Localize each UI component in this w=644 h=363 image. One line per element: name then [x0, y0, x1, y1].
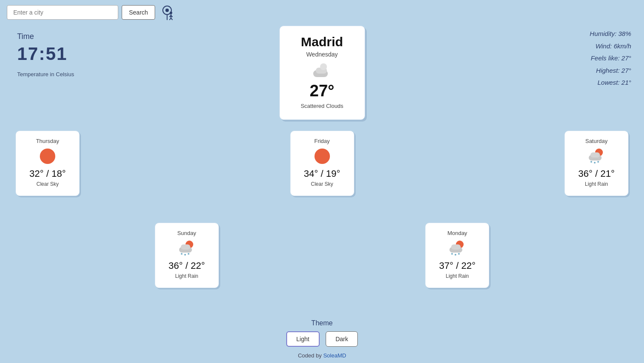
svg-point-21	[181, 253, 183, 255]
temp-unit: Temperature in Celsius	[17, 71, 74, 77]
thursday-icon	[23, 148, 72, 165]
thursday-desc: Clear Sky	[23, 181, 72, 187]
forecast-day-sunday: Sunday	[162, 230, 212, 236]
sunday-temp: 36° / 22°	[162, 260, 212, 271]
svg-point-16	[594, 162, 596, 164]
monday-temp: 37° / 22°	[432, 260, 482, 271]
forecast-card-sunday: Sunday 36° / 22° Light Rain	[155, 223, 219, 288]
theme-dark-button[interactable]: Dark	[326, 331, 358, 347]
main-weather-card: Madrid Wednesday 27° Scattered Clouds	[279, 26, 365, 120]
svg-line-8	[171, 18, 172, 20]
left-panel: Time 17:51 Temperature in Celsius	[17, 32, 74, 77]
sunday-icon	[162, 240, 212, 257]
svg-rect-14	[590, 152, 600, 158]
search-area: Search	[0, 0, 644, 25]
svg-point-22	[184, 254, 186, 256]
location-icon[interactable]	[160, 4, 174, 21]
forecast-day-saturday: Saturday	[572, 138, 621, 144]
coded-by-text: Coded by	[298, 352, 323, 359]
monday-desc: Light Rain	[432, 273, 482, 279]
svg-point-29	[458, 253, 460, 255]
saturday-icon	[572, 148, 621, 165]
forecast-card-saturday: Saturday 36° / 21° Light Rain	[564, 131, 629, 196]
theme-label: Theme	[286, 319, 358, 327]
theme-light-button[interactable]: Light	[286, 331, 320, 347]
humidity-text: Humidity: 38%	[590, 28, 631, 40]
saturday-desc: Light Rain	[572, 181, 621, 187]
forecast-day-friday: Friday	[297, 138, 347, 144]
thursday-temp: 32° / 18°	[23, 168, 72, 179]
friday-icon	[297, 148, 347, 165]
feels-like-text: Feels like: 27°	[590, 52, 631, 65]
forecast-card-thursday: Thursday 32° / 18° Clear Sky	[15, 131, 80, 196]
current-description: Scattered Clouds	[288, 103, 356, 109]
svg-rect-20	[181, 244, 190, 250]
author-link[interactable]: SoleaMD	[323, 352, 346, 359]
forecast-row-2: Sunday 36° / 22° Light Rain Monday	[0, 223, 644, 288]
svg-point-17	[597, 161, 599, 163]
svg-point-1	[165, 9, 169, 12]
svg-point-28	[455, 254, 456, 256]
current-weather-icon	[288, 62, 356, 79]
svg-point-15	[590, 161, 592, 163]
forecast-day-thursday: Thursday	[23, 138, 72, 144]
theme-buttons: Light Dark	[286, 331, 358, 347]
search-input[interactable]	[7, 5, 118, 20]
right-panel: Humidity: 38% Wind: 6km/h Feels like: 27…	[590, 28, 631, 89]
friday-temp: 34° / 19°	[297, 168, 347, 179]
forecast-day-monday: Monday	[432, 230, 482, 236]
friday-desc: Clear Sky	[297, 181, 347, 187]
svg-point-23	[188, 253, 189, 255]
monday-icon	[432, 240, 482, 257]
wind-text: Wind: 6km/h	[590, 40, 631, 53]
time-value: 17:51	[17, 44, 74, 64]
forecast-row-1: Thursday 32° / 18° Clear Sky Friday 34° …	[0, 131, 644, 196]
highest-text: Highest: 27°	[590, 65, 631, 77]
footer-credit: Coded by SoleaMD	[298, 352, 346, 359]
forecast-card-friday: Friday 34° / 19° Clear Sky	[290, 131, 354, 196]
svg-point-27	[451, 253, 453, 255]
lowest-text: Lowest: 21°	[590, 77, 631, 89]
time-label: Time	[17, 32, 74, 41]
current-temp: 27°	[288, 82, 356, 100]
search-button[interactable]: Search	[122, 5, 155, 20]
sunday-desc: Light Rain	[162, 273, 212, 279]
theme-section: Theme Light Dark	[286, 319, 358, 347]
saturday-temp: 36° / 21°	[572, 168, 621, 179]
current-day: Wednesday	[288, 51, 356, 58]
svg-rect-26	[451, 244, 461, 250]
city-name: Madrid	[288, 35, 356, 49]
forecast-card-monday: Monday 37° / 22° Light Rain	[425, 223, 489, 288]
svg-point-11	[320, 63, 327, 70]
